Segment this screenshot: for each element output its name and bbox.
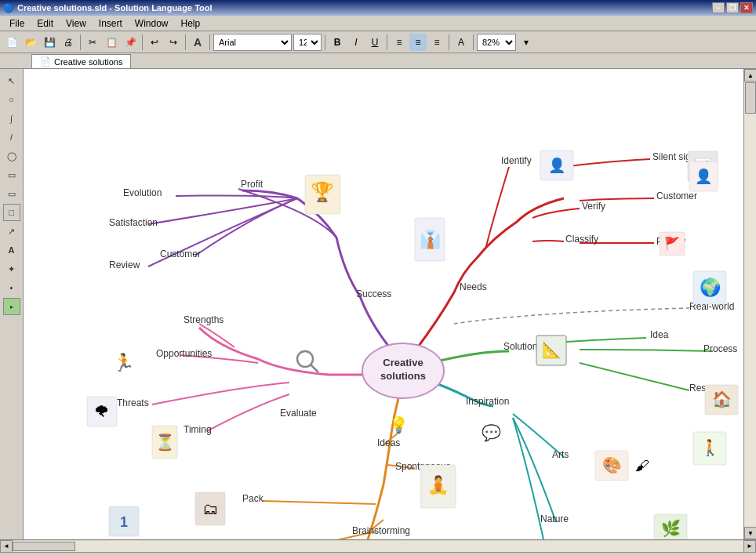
font-selector[interactable]: Arial [213,34,292,51]
expand-tool[interactable]: ▸ [3,298,20,315]
menu-help[interactable]: Help [175,16,207,31]
svg-text:🌪: 🌪 [94,403,110,420]
bullet-tool[interactable]: • [3,279,20,296]
scroll-thumb[interactable] [745,82,756,114]
separator-6 [387,34,387,50]
svg-text:Process: Process [703,343,737,354]
tab-icon: 📄 [40,56,51,67]
svg-text:Customer: Customer [656,190,697,201]
scroll-down-button[interactable]: ▼ [744,527,756,539]
svg-text:🧘: 🧘 [427,474,449,495]
svg-text:Ideas: Ideas [377,437,400,448]
hscroll-right-button[interactable]: ► [743,540,756,553]
svg-text:🏠: 🏠 [712,390,732,408]
restore-button[interactable]: ❐ [726,2,739,13]
mindmap-svg: Creative solutions Success Profit Evolut… [24,69,743,539]
redo-button[interactable]: ↪ [165,34,182,51]
open-button[interactable]: 📂 [22,34,39,51]
menu-view[interactable]: View [60,16,93,31]
rect2-tool[interactable]: ▭ [3,185,20,202]
bottom-scrollbar: ◄ ► [0,539,756,552]
circle-tool[interactable]: ◯ [3,147,20,165]
svg-text:🗂: 🗂 [202,500,218,517]
cursor-tool[interactable]: ↖ [3,72,20,89]
cut-button[interactable]: ✂ [84,34,101,51]
toolbar: 📄 📂 💾 🖨 ✂ 📋 📌 ↩ ↪ A Arial 12 B I U ≡ ≡ ≡… [0,31,756,53]
svg-text:👤: 👤 [548,157,566,174]
menu-edit[interactable]: Edit [31,16,60,31]
doc-area: ↖ ○ ∫ / ◯ ▭ ▭ □ ↗ A ✦ • ▸ [0,69,756,539]
scroll-up-button[interactable]: ▲ [744,69,756,82]
svg-text:Brainstorming: Brainstorming [352,525,410,536]
hscroll-track[interactable] [13,541,743,552]
title-bar-controls: − ❐ ✕ [712,2,753,13]
zoom-dropdown[interactable]: ▾ [518,34,535,51]
align-left-button[interactable]: ≡ [391,34,408,51]
svg-text:👔: 👔 [420,229,442,250]
svg-text:Customer: Customer [160,248,201,259]
svg-text:Review: Review [109,259,140,270]
rect3-tool[interactable]: □ [3,204,20,221]
scroll-track[interactable] [744,82,756,527]
svg-text:Profit: Profit [241,179,264,190]
svg-text:1: 1 [120,514,128,530]
svg-text:Strengths: Strengths [184,314,224,325]
svg-text:🏃: 🏃 [113,352,135,373]
line-tool[interactable]: / [3,129,20,146]
rect-tool[interactable]: ▭ [3,166,20,183]
app-icon: 🔵 [3,3,14,13]
minimize-button[interactable]: − [712,2,725,13]
menu-file[interactable]: File [3,16,31,31]
menu-insert[interactable]: Insert [93,16,129,31]
svg-text:Pack: Pack [242,493,264,504]
curve-tool[interactable]: ∫ [3,110,20,127]
arrow-tool[interactable]: ↗ [3,223,20,240]
left-toolbar: ↖ ○ ∫ / ◯ ▭ ▭ □ ↗ A ✦ • ▸ [0,69,24,539]
svg-text:Inspiration: Inspiration [466,396,509,407]
font-color-button[interactable]: A [453,34,470,51]
zoom-selector[interactable]: 82% [477,34,516,51]
print-button[interactable]: 🖨 [60,34,77,51]
svg-text:Arts: Arts [552,449,569,460]
svg-text:Solution: Solution [503,341,537,352]
underline-button[interactable]: U [366,34,383,51]
window-title: Creative solutions.sld - Solution Langua… [17,3,213,13]
bold-button[interactable]: B [329,34,346,51]
format-icon[interactable]: A [189,34,206,51]
canvas-container: Creative solutions Success Profit Evolut… [24,69,743,539]
svg-text:Evaluate: Evaluate [280,408,317,419]
svg-text:🚩: 🚩 [664,236,680,251]
ellipse-tool[interactable]: ○ [3,91,20,108]
svg-text:💬: 💬 [482,423,501,442]
tab-creative-solutions[interactable]: 📄 Creative solutions [31,54,131,68]
menu-window[interactable]: Window [129,16,175,31]
svg-text:Evolution: Evolution [123,187,162,198]
separator-8 [473,34,474,50]
star-tool[interactable]: ✦ [3,260,20,278]
text-tool[interactable]: A [3,241,20,259]
italic-button[interactable]: I [347,34,365,51]
svg-text:🚶: 🚶 [700,438,720,457]
save-button[interactable]: 💾 [41,34,58,51]
svg-rect-0 [31,69,736,539]
align-center-button[interactable]: ≡ [409,34,427,51]
separator-5 [325,34,325,50]
copy-button[interactable]: 📋 [103,34,120,51]
svg-text:Classify: Classify [565,234,598,245]
svg-text:💡: 💡 [389,415,409,434]
hscroll-thumb[interactable] [13,542,75,551]
font-size-selector[interactable]: 12 [293,34,322,51]
svg-text:🖌: 🖌 [635,458,649,473]
menu-bar: File Edit View Insert Window Help [0,16,756,31]
svg-text:🌿: 🌿 [661,519,681,538]
undo-button[interactable]: ↩ [146,34,163,51]
separator-2 [142,34,143,50]
hscroll-left-button[interactable]: ◄ [0,540,13,553]
paste-button[interactable]: 📌 [122,34,139,51]
new-button[interactable]: 📄 [3,34,20,51]
separator-4 [209,34,210,50]
svg-text:Verify: Verify [582,201,605,212]
separator-1 [80,34,81,50]
close-button[interactable]: ✕ [740,2,753,13]
align-right-button[interactable]: ≡ [428,34,445,51]
